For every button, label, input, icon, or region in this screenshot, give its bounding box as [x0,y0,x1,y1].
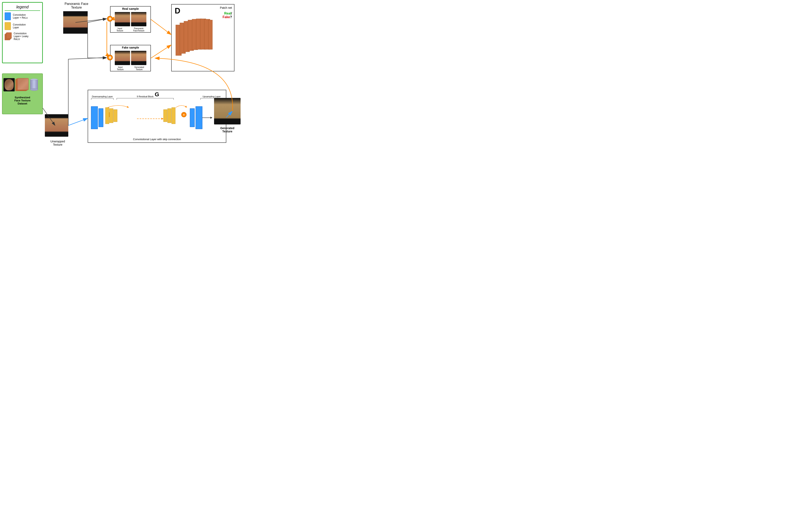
yellow-layer-icon [5,22,11,30]
svg-rect-20 [172,107,175,124]
dataset-face-stack [15,78,30,92]
real-sample-sublabels: Input Texture Panoramic FaceTexture [111,27,150,32]
svg-rect-13 [105,107,109,124]
blue-layer-icon [5,12,11,20]
residual-label: 9 Residual Block [117,95,174,100]
dataset-images [3,76,41,94]
fake-sample-box: Fake sample Input Texture Generated Text… [110,45,151,71]
real-sample-images [111,11,150,27]
generator-box: G Downsampling Layer 9 Residual Block Up… [88,90,226,143]
legend-title: legend [5,5,40,9]
svg-rect-24 [196,106,202,129]
d-layers-svg [174,17,221,61]
fake-sample-images [111,50,150,66]
conv-label: ConvolutionLayer [13,23,26,29]
generated-output-image [214,98,241,125]
plus-circle-real: ⊕ [107,16,113,22]
svg-line-40 [151,19,171,35]
g-internals-svg: + + [90,102,223,135]
real-sample-title: Real sample [111,6,150,11]
svg-line-30 [88,19,106,22]
real-pano-texture [131,12,146,26]
panoramic-label: Panoramic Face Texture [63,2,90,9]
svg-line-45 [68,118,88,126]
dataset-label: SynthesizedFace TextureDataset [4,96,41,105]
conv-relu-label: ConvolutionLayer + ReLu [13,14,28,19]
fake-sample-sublabels: Input Texture Generated Texture [111,66,150,71]
real-input-texture [115,12,130,26]
g-layer-internals: + + [90,102,223,135]
downsampling-label: Downsampling Layer [91,95,114,100]
svg-rect-8 [208,20,213,49]
dataset-box: SynthesizedFace TextureDataset [2,73,43,114]
svg-line-48 [68,57,106,59]
svg-marker-17 [162,118,164,120]
svg-rect-19 [168,108,171,123]
skip-conn-label: Convolutional Layer with skip connection [133,138,181,141]
discriminator-box: D Patch net Real/ Fake? [171,4,234,71]
svg-rect-18 [164,109,167,122]
svg-rect-15 [114,109,117,122]
d-label: D [175,6,180,15]
fake-gen-texture [131,51,146,65]
svg-rect-10 [99,108,103,127]
fake-sample-title: Fake sample [111,45,150,50]
real-fake-label: Real/ Fake? [223,11,232,19]
patchnet-label: Patch net [220,6,232,9]
conv-leaky-label: ConvolutionLayer+ LeakyReLU [13,32,28,41]
svg-line-41 [151,45,171,58]
svg-text:+: + [183,113,185,116]
legend-box: legend ConvolutionLayer + ReLu Convoluti… [2,2,43,63]
fake-input-texture [115,51,130,65]
generated-output-label: Generated Texture [213,127,242,133]
svg-marker-26 [211,117,213,119]
plus-circle-fake: ⊕ [107,55,113,60]
legend-item-conv-relu: ConvolutionLayer + ReLu [5,12,40,20]
legend-divider [5,10,40,11]
svg-rect-23 [190,108,195,127]
dataset-cylinder [30,79,38,91]
real-sample-box: Real sample Input Texture Panoramic Face… [110,6,151,33]
unwrapped-face-image [45,114,68,137]
svg-rect-14 [110,108,113,123]
legend-item-conv-leaky: ConvolutionLayer+ LeakyReLU [5,32,40,41]
svg-rect-9 [91,106,97,129]
d-layer-stack [174,17,221,61]
dataset-face1 [3,78,15,92]
discriminator-layers [174,17,221,61]
pano-face-image [63,11,88,34]
brown-layer-icon [5,32,11,40]
unwrapped-label: Unwrapped Texture [45,140,71,146]
legend-item-conv: ConvolutionLayer [5,22,40,30]
